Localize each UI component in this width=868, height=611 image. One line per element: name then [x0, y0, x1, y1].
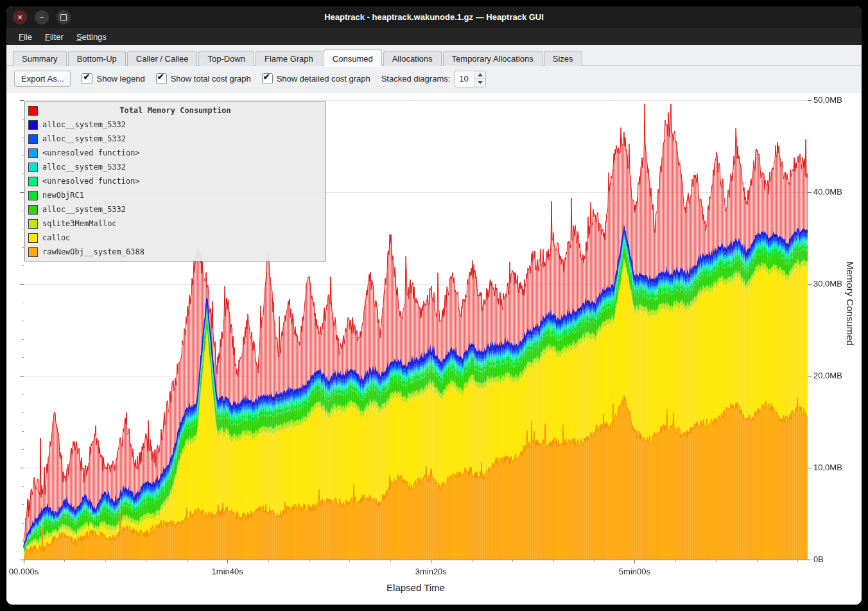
legend-label: calloc — [42, 233, 70, 242]
x-axis-title: Elapsed Time — [24, 582, 808, 593]
y-axis-title: Memory Consumed — [845, 261, 856, 409]
x-tick-label: 3min20s — [415, 567, 447, 576]
x-tick-label: 5min00s — [619, 567, 650, 576]
app-window: ✕ − Heaptrack - heaptrack.wakunode.1.gz … — [6, 6, 862, 605]
stacked-diagrams-spinbox[interactable]: 10 — [455, 71, 486, 87]
legend-row: alloc__system_5332 — [25, 132, 326, 146]
checkbox-show-detailed-cost-graph[interactable]: ✔Show detailed cost graph — [262, 73, 370, 84]
toolbar: Export As... ✔Show legend✔Show total cos… — [6, 66, 862, 93]
checkbox-label: Show legend — [96, 74, 144, 84]
y-tick-label: 10,0MB — [813, 463, 858, 472]
legend-swatch — [28, 148, 38, 158]
checkbox-label: Show detailed cost graph — [277, 74, 370, 84]
legend-row: <unresolved function> — [25, 174, 326, 188]
y-tick-label: 0B — [813, 554, 858, 564]
spin-buttons — [474, 71, 485, 87]
legend-swatch — [28, 219, 38, 229]
legend-label: newObjRC1 — [42, 191, 84, 200]
legend-swatch — [28, 177, 38, 186]
checkbox-icon: ✔ — [262, 73, 273, 84]
checkbox-show-legend[interactable]: ✔Show legend — [82, 73, 144, 84]
legend-swatch — [28, 120, 38, 130]
minimize-icon: − — [40, 13, 44, 21]
tab-temporary-allocations[interactable]: Temporary Allocations — [443, 51, 542, 66]
menu-settings[interactable]: Settings — [71, 30, 112, 44]
tab-caller-callee[interactable]: Caller / Callee — [127, 51, 198, 66]
legend-label: alloc__system_5332 — [42, 163, 126, 172]
tab-sizes[interactable]: Sizes — [544, 51, 582, 66]
window-controls: ✕ − — [13, 10, 71, 24]
tab-bar: SummaryBottom-UpCaller / CalleeTop-DownF… — [6, 45, 862, 66]
checkbox-icon: ✔ — [82, 73, 92, 84]
x-tick-label: 1min40s — [212, 567, 243, 576]
legend-row: alloc__system_5332 — [25, 160, 326, 174]
tab-allocations[interactable]: Allocations — [383, 51, 442, 66]
legend-label: alloc__system_5332 — [42, 120, 126, 129]
maximize-icon — [60, 14, 67, 21]
window-title: Heaptrack - heaptrack.wakunode.1.gz — He… — [6, 6, 862, 28]
menu-filter[interactable]: Filter — [39, 30, 69, 44]
legend-swatch — [28, 247, 38, 257]
toolbar-checkboxes: ✔Show legend✔Show total cost graph✔Show … — [82, 73, 370, 84]
legend-row: alloc__system_5332 — [25, 118, 326, 132]
y-tick-label: 50,0MB — [813, 95, 858, 105]
menubar: FileFilterSettings — [6, 28, 862, 45]
tab-flame-graph[interactable]: Flame Graph — [256, 51, 322, 66]
legend-swatch — [28, 233, 38, 243]
legend-label: sqlite3MemMalloc — [42, 219, 117, 228]
stacked-diagrams-label: Stacked diagrams: — [381, 74, 451, 84]
legend-label: alloc__system_5332 — [42, 134, 126, 143]
chart-area: Total Memory Consumptionalloc__system_53… — [6, 93, 862, 605]
titlebar: ✕ − Heaptrack - heaptrack.wakunode.1.gz … — [6, 6, 862, 28]
tab-top-down[interactable]: Top-Down — [198, 51, 254, 66]
y-tick-label: 40,0MB — [813, 187, 858, 197]
tab-summary[interactable]: Summary — [13, 51, 67, 66]
stacked-diagrams-value: 10 — [455, 71, 474, 87]
legend-row: sqlite3MemMalloc — [25, 217, 326, 231]
spin-up-button[interactable] — [475, 71, 485, 79]
window-maximize-button[interactable] — [56, 10, 71, 24]
close-icon: ✕ — [17, 13, 22, 22]
chart-legend: Total Memory Consumptionalloc__system_53… — [24, 102, 326, 261]
window-close-button[interactable]: ✕ — [13, 10, 27, 24]
tab-consumed[interactable]: Consumed — [324, 49, 382, 66]
legend-swatch — [28, 191, 38, 200]
stacked-diagrams-control: Stacked diagrams: 10 — [381, 71, 487, 87]
legend-swatch — [28, 134, 38, 144]
legend-title-row: Total Memory Consumption — [25, 103, 326, 118]
legend-row: rawNewObj__system_6388 — [25, 245, 326, 259]
checkbox-icon: ✔ — [156, 73, 167, 84]
legend-label: <unresolved function> — [42, 148, 140, 157]
legend-swatch — [28, 163, 38, 172]
tab-bottom-up[interactable]: Bottom-Up — [68, 51, 126, 66]
legend-row: newObjRC1 — [25, 188, 326, 202]
spin-down-icon — [478, 81, 483, 84]
legend-label: rawNewObj__system_6388 — [42, 247, 144, 256]
legend-label: <unresolved function> — [42, 177, 140, 186]
legend-row: <unresolved function> — [25, 146, 326, 160]
legend-label: alloc__system_5332 — [42, 205, 126, 214]
spin-down-button[interactable] — [475, 78, 485, 87]
x-tick-label: 00.000s — [9, 567, 39, 576]
checkbox-show-total-cost-graph[interactable]: ✔Show total cost graph — [156, 73, 251, 84]
menu-file[interactable]: File — [13, 30, 38, 44]
spin-up-icon — [478, 73, 483, 76]
legend-row: calloc — [25, 231, 326, 245]
window-minimize-button[interactable]: − — [35, 10, 49, 24]
checkbox-label: Show total cost graph — [171, 74, 251, 84]
legend-swatch — [28, 205, 38, 215]
legend-row: alloc__system_5332 — [25, 202, 326, 217]
export-as-button[interactable]: Export As... — [14, 71, 71, 87]
